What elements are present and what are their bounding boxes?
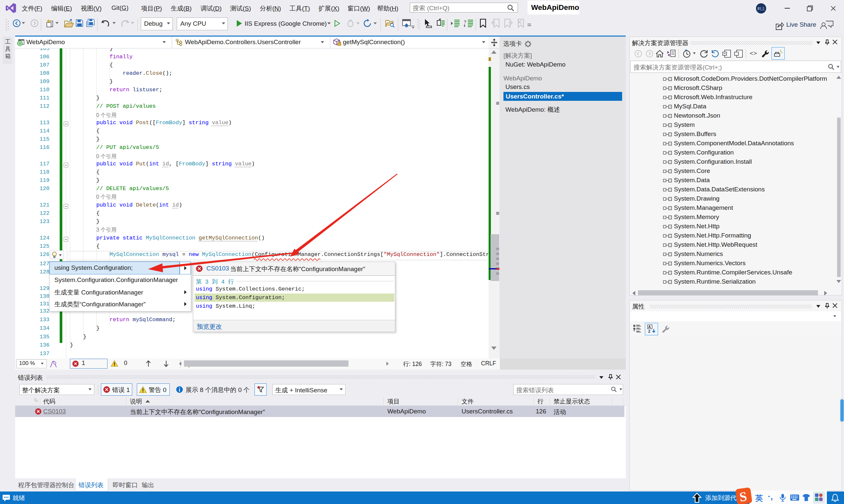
svg-text:?: ?	[464, 19, 466, 24]
svg-text:A: A	[648, 325, 651, 329]
svg-text:Z: Z	[648, 329, 651, 334]
